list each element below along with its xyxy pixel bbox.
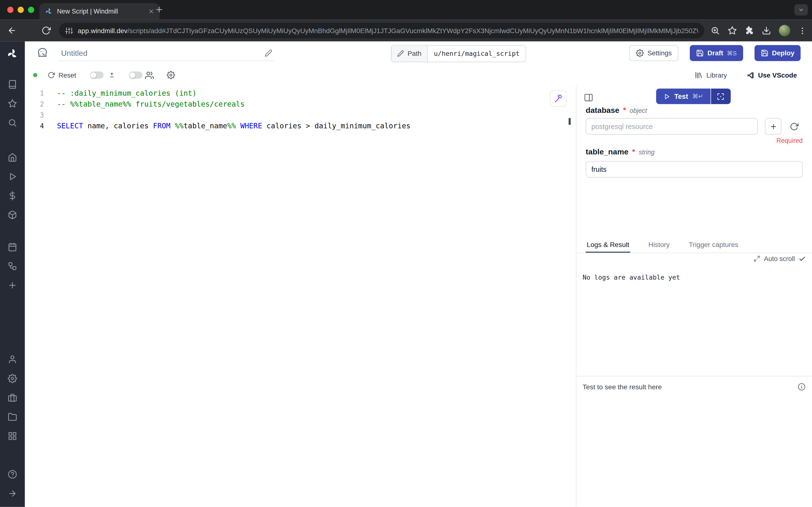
refresh-resources-icon[interactable] <box>790 122 799 131</box>
code-editor[interactable]: 1234 -- :daily_minimum_calories (int)-- … <box>25 86 576 507</box>
collapse-panel-icon[interactable] <box>584 93 593 103</box>
sidebar-book-icon[interactable] <box>8 79 17 89</box>
browser-actions <box>710 19 807 41</box>
code-line[interactable]: SELECT name, calories FROM %%table_name%… <box>57 121 566 131</box>
path-edit-button[interactable]: Path <box>392 46 427 62</box>
use-vscode-button[interactable]: Use VScode <box>747 71 797 79</box>
tab-trigger-captures[interactable]: Trigger captures <box>688 237 739 252</box>
line-number: 4 <box>25 121 52 131</box>
test-button[interactable]: Test ⌘↵ <box>656 89 710 104</box>
users-icon[interactable] <box>145 71 154 79</box>
refresh-icon <box>48 71 55 79</box>
draft-button[interactable]: Draft ⌘S <box>690 45 743 61</box>
check-icon <box>799 255 806 262</box>
editor-settings-icon[interactable] <box>167 71 175 79</box>
editor-gutter: 1234 <box>25 88 52 131</box>
url-host: app.windmill.dev <box>77 26 127 34</box>
sidebar-plus-icon[interactable] <box>8 280 17 290</box>
windmill-logo-icon[interactable] <box>6 48 19 60</box>
use-vscode-label: Use VScode <box>758 71 797 79</box>
avatar[interactable] <box>779 25 790 36</box>
script-arguments: database* object Required table_name* st… <box>586 106 803 178</box>
sidebar-user-icon[interactable] <box>8 354 17 364</box>
code-area[interactable]: -- :daily_minimum_calories (int)-- %%tab… <box>57 88 566 131</box>
sidebar-help-icon[interactable] <box>8 469 17 479</box>
toggle-2[interactable] <box>129 71 142 79</box>
sidebar-group-footer <box>8 464 17 503</box>
back-icon[interactable] <box>7 26 17 35</box>
field-type: object <box>630 107 647 115</box>
sidebar-box-icon[interactable] <box>8 210 17 219</box>
download-icon[interactable] <box>762 26 771 35</box>
close-window-button[interactable] <box>7 7 13 13</box>
script-title-input[interactable] <box>60 48 265 58</box>
sidebar-dollar-icon[interactable] <box>8 191 17 200</box>
toggle-1[interactable] <box>90 71 104 79</box>
path-label: Path <box>407 50 421 58</box>
tab-close-icon[interactable] <box>148 8 155 14</box>
path-group: Path u/henri/magical_script <box>391 45 526 62</box>
edit-title-icon[interactable] <box>265 49 272 57</box>
maximize-window-button[interactable] <box>28 7 34 13</box>
logs-empty-text: No logs are available yet <box>583 273 680 281</box>
auto-scroll-control[interactable]: Auto scroll <box>754 255 806 263</box>
sidebar-workflow-icon[interactable] <box>8 261 17 271</box>
field-name: table_name <box>586 147 629 156</box>
tab-logs-result[interactable]: Logs & Result <box>586 237 631 252</box>
sidebar-arrow-right-icon[interactable] <box>8 489 17 498</box>
title-field <box>58 45 275 61</box>
test-focus-button[interactable] <box>711 89 731 104</box>
minimize-window-button[interactable] <box>18 7 24 13</box>
star-icon[interactable] <box>728 26 737 35</box>
add-resource-button[interactable] <box>765 118 781 135</box>
tab-search-button[interactable] <box>794 4 808 15</box>
zoom-icon[interactable] <box>710 26 720 35</box>
sidebar-star-icon[interactable] <box>8 99 17 108</box>
sidebar-group-third <box>8 237 17 295</box>
sidebar-briefcase-icon[interactable] <box>8 393 17 402</box>
code-line[interactable] <box>57 110 566 121</box>
save-icon <box>760 49 768 57</box>
code-line[interactable]: -- :daily_minimum_calories (int) <box>57 88 566 99</box>
site-info-icon[interactable] <box>65 26 73 34</box>
browser-toolbar: app.windmill.dev/scripts/add#JTdCJTIyaGF… <box>0 19 812 41</box>
reload-icon[interactable] <box>41 26 51 35</box>
required-star: * <box>623 106 626 114</box>
right-panel: Test ⌘↵ database* object Required table <box>576 86 812 507</box>
sidebar-search-icon[interactable] <box>8 118 17 127</box>
draft-shortcut: ⌘S <box>727 50 737 57</box>
table-name-input[interactable] <box>586 161 803 178</box>
header-actions: Settings Draft ⌘S Deploy <box>629 45 801 61</box>
library-button[interactable]: Library <box>695 71 727 79</box>
browser-tab[interactable]: New Script | Windmill <box>39 3 160 20</box>
browser-menu-icon[interactable] <box>798 26 807 35</box>
ai-assistant-button[interactable] <box>550 90 567 107</box>
deploy-button[interactable]: Deploy <box>754 45 800 61</box>
reset-label: Reset <box>58 71 76 79</box>
wand-icon <box>554 94 563 103</box>
diff-mode-icon[interactable] <box>108 71 116 79</box>
plus-icon <box>769 122 777 130</box>
sidebar-home-icon[interactable] <box>8 153 17 162</box>
reset-button[interactable]: Reset <box>48 71 76 79</box>
address-bar[interactable]: app.windmill.dev/scripts/add#JTdCJTIyaGF… <box>59 23 704 38</box>
database-resource-input[interactable] <box>586 118 758 135</box>
tab-history[interactable]: History <box>647 237 671 252</box>
url-path: /scripts/add#JTdCJTIyaGFzaCUyMiUzQSUyMiU… <box>127 26 698 34</box>
sidebar-play-icon[interactable] <box>8 172 17 181</box>
sidebar-grid-icon[interactable] <box>8 431 17 441</box>
settings-button[interactable]: Settings <box>629 45 679 61</box>
tab-favicon-icon <box>45 7 53 15</box>
panel-tabs: Logs & ResultHistoryTrigger captures <box>576 237 812 253</box>
new-tab-button[interactable] <box>155 5 164 14</box>
expand-logs-icon[interactable] <box>754 255 760 262</box>
sidebar-calendar-icon[interactable] <box>8 242 17 251</box>
sidebar-gear-icon[interactable] <box>8 374 17 383</box>
settings-label: Settings <box>647 49 672 57</box>
code-line[interactable]: -- %%table_name%% fruits/vegetables/cere… <box>57 99 566 110</box>
sidebar-folder-icon[interactable] <box>8 412 17 421</box>
info-icon[interactable] <box>798 383 806 391</box>
scan-icon <box>717 93 725 100</box>
extensions-icon[interactable] <box>745 26 754 35</box>
connection-status-dot <box>33 73 37 77</box>
